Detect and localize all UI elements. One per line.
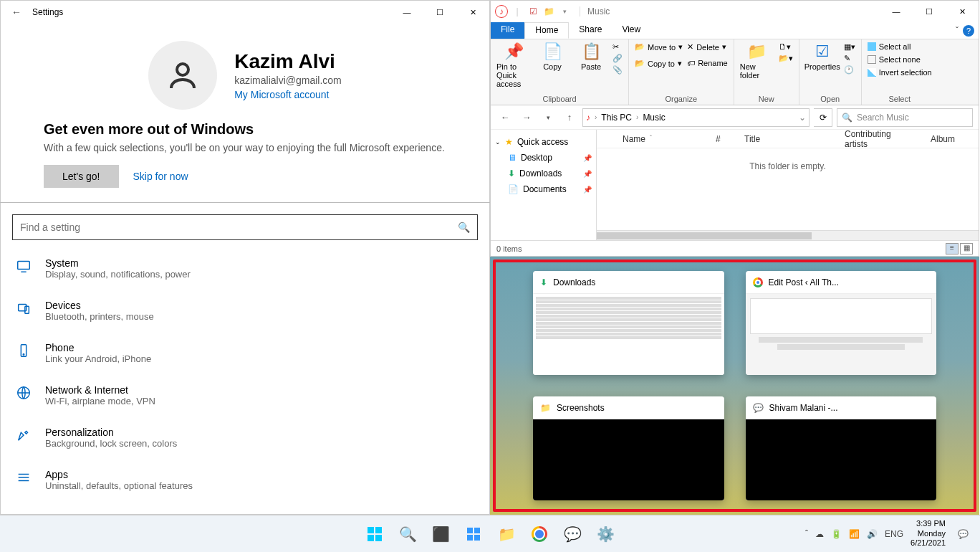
qat-dropdown-icon[interactable]: ▾ bbox=[558, 5, 571, 18]
refresh-button[interactable]: ⟳ bbox=[814, 108, 832, 127]
battery-icon[interactable]: 🔋 bbox=[831, 529, 842, 539]
new-folder-button[interactable]: 📁New folder bbox=[740, 42, 774, 80]
invert-selection-button[interactable]: Invert selection bbox=[868, 68, 932, 77]
ms-account-link[interactable]: My Microsoft account bbox=[234, 89, 342, 100]
wifi-icon[interactable]: 📶 bbox=[849, 529, 860, 539]
col-album[interactable]: Album bbox=[923, 134, 962, 144]
explorer-minimize-button[interactable]: ― bbox=[880, 0, 913, 23]
help-icon[interactable]: ? bbox=[963, 25, 974, 37]
snap-tile-screenshots[interactable]: 📁Screenshots bbox=[533, 396, 724, 500]
nav-documents[interactable]: 📄Documents📌 bbox=[494, 181, 593, 197]
crumb-thispc[interactable]: This PC bbox=[601, 113, 632, 123]
category-apps[interactable]: AppsUninstall, defaults, optional featur… bbox=[11, 459, 479, 501]
nav-up-button[interactable]: ↑ bbox=[561, 109, 578, 126]
settings-taskbar-icon[interactable]: ⚙️ bbox=[591, 520, 620, 548]
settings-search[interactable]: 🔍 bbox=[12, 214, 478, 240]
col-name[interactable]: Nameˆ bbox=[615, 134, 708, 144]
easy-access-button[interactable]: 📂▾ bbox=[779, 54, 793, 63]
copyto-button[interactable]: 📂 Copy to ▾ bbox=[635, 59, 683, 68]
paste-button[interactable]: 📋Paste bbox=[574, 42, 608, 71]
apps-icon bbox=[15, 469, 32, 486]
promo-heading: Get even more out of Windows bbox=[44, 121, 446, 138]
select-all-button[interactable]: Select all bbox=[868, 42, 932, 51]
pin-icon: 📌 bbox=[583, 186, 592, 194]
category-devices[interactable]: DevicesBluetooth, printers, mouse bbox=[11, 290, 479, 332]
explorer-close-button[interactable]: ✕ bbox=[946, 0, 979, 23]
minimize-button[interactable]: ― bbox=[390, 1, 423, 24]
select-none-button[interactable]: Select none bbox=[868, 55, 932, 64]
chat-taskbar-icon[interactable]: 💬 bbox=[558, 520, 587, 548]
chrome-taskbar-icon[interactable] bbox=[525, 520, 554, 548]
taskbar-search-button[interactable]: 🔍 bbox=[393, 520, 422, 548]
category-network[interactable]: Network & InternetWi-Fi, airplane mode, … bbox=[11, 374, 479, 417]
language-indicator[interactable]: ENG bbox=[885, 529, 903, 539]
explorer-window: ♪ | ☑ 📁 ▾ Music ― ☐ ✕ File Home Share Vi… bbox=[490, 0, 979, 257]
paste-shortcut-button[interactable]: 📎 bbox=[612, 65, 623, 75]
close-button[interactable]: ✕ bbox=[456, 1, 489, 24]
category-personalization[interactable]: PersonalizationBackground, lock screen, … bbox=[11, 417, 479, 459]
qat-properties-icon[interactable]: ☑ bbox=[527, 5, 539, 18]
properties-button[interactable]: ☑Properties bbox=[805, 42, 840, 71]
promo-skip-link[interactable]: Skip for now bbox=[133, 171, 188, 182]
explorer-search[interactable]: 🔍 Search Music bbox=[837, 108, 973, 127]
avatar bbox=[148, 41, 217, 110]
back-button[interactable]: ← bbox=[1, 6, 32, 18]
cut-button[interactable]: ✂ bbox=[612, 42, 623, 52]
col-contributing-artists[interactable]: Contributing artists bbox=[837, 130, 923, 149]
edit-button[interactable]: ✎ bbox=[844, 54, 855, 63]
ribbon-collapse-icon[interactable]: ˇ bbox=[956, 26, 959, 36]
pin-icon: 📌 bbox=[583, 170, 592, 178]
svg-rect-13 bbox=[467, 535, 473, 541]
details-view-button[interactable]: ≡ bbox=[946, 243, 959, 254]
nav-recent-button[interactable]: ▾ bbox=[539, 109, 557, 126]
volume-icon[interactable]: 🔊 bbox=[867, 529, 878, 539]
explorer-taskbar-icon[interactable]: 📁 bbox=[492, 520, 521, 548]
rename-button[interactable]: 🏷 Rename bbox=[687, 59, 728, 67]
col-title[interactable]: Title bbox=[737, 134, 837, 144]
crumb-music[interactable]: Music bbox=[643, 113, 665, 123]
address-dropdown-icon[interactable]: ⌄ bbox=[799, 113, 806, 123]
tab-view[interactable]: View bbox=[612, 22, 650, 39]
history-button[interactable]: 🕐 bbox=[844, 65, 855, 75]
tray-overflow-icon[interactable]: ˆ bbox=[805, 529, 808, 539]
navigation-pane: ⌄★Quick access 🖥Desktop📌 ⬇Downloads📌 📄Do… bbox=[491, 130, 597, 240]
col-number[interactable]: # bbox=[708, 134, 737, 144]
icons-view-button[interactable]: ▦ bbox=[960, 243, 973, 254]
nav-downloads[interactable]: ⬇Downloads📌 bbox=[494, 166, 593, 181]
nav-forward-button[interactable]: → bbox=[518, 109, 535, 126]
column-headers: Nameˆ # Title Contributing artists Album bbox=[597, 130, 979, 148]
pin-quick-access-button[interactable]: 📌Pin to Quick access bbox=[496, 42, 531, 88]
search-input[interactable] bbox=[20, 222, 458, 233]
category-phone[interactable]: PhoneLink your Android, iPhone bbox=[11, 332, 479, 374]
nav-back-button[interactable]: ← bbox=[496, 109, 514, 126]
delete-button[interactable]: ✕ Delete ▾ bbox=[687, 42, 728, 52]
start-button[interactable] bbox=[360, 520, 389, 548]
task-view-button[interactable]: ⬛ bbox=[426, 520, 455, 548]
notification-button[interactable]: 💬 bbox=[953, 524, 973, 544]
snap-tile-chat[interactable]: 💬Shivam Malani -... bbox=[746, 396, 937, 500]
nav-quick-access[interactable]: ⌄★Quick access bbox=[494, 134, 593, 150]
promo-cta-button[interactable]: Let's go! bbox=[44, 165, 119, 188]
tab-share[interactable]: Share bbox=[569, 22, 612, 39]
open-button[interactable]: ▦▾ bbox=[844, 42, 855, 52]
search-icon: 🔍 bbox=[842, 113, 852, 123]
horizontal-scrollbar[interactable] bbox=[597, 230, 979, 240]
tab-home[interactable]: Home bbox=[524, 22, 569, 39]
explorer-title: Music bbox=[580, 6, 610, 16]
widgets-button[interactable] bbox=[459, 520, 488, 548]
category-system[interactable]: SystemDisplay, sound, notifications, pow… bbox=[11, 247, 479, 290]
address-bar[interactable]: ♪ › This PC › Music ⌄ bbox=[582, 108, 810, 127]
copy-button[interactable]: 📄Copy bbox=[535, 42, 570, 71]
onedrive-icon[interactable]: ☁ bbox=[815, 529, 824, 539]
maximize-button[interactable]: ☐ bbox=[423, 1, 456, 24]
moveto-button[interactable]: 📂 Move to ▾ bbox=[635, 42, 683, 52]
clock[interactable]: 3:39 PM Monday 6/21/2021 bbox=[911, 519, 946, 548]
qat-folder-icon[interactable]: 📁 bbox=[542, 5, 555, 18]
snap-tile-editpost[interactable]: Edit Post ‹ All Th... bbox=[746, 271, 937, 375]
snap-tile-downloads[interactable]: ⬇Downloads bbox=[533, 271, 724, 375]
new-item-button[interactable]: 🗋▾ bbox=[779, 42, 793, 52]
explorer-maximize-button[interactable]: ☐ bbox=[913, 0, 946, 23]
copypath-button[interactable]: 🔗 bbox=[612, 54, 623, 63]
nav-desktop[interactable]: 🖥Desktop📌 bbox=[494, 150, 593, 166]
tab-file[interactable]: File bbox=[491, 22, 524, 39]
